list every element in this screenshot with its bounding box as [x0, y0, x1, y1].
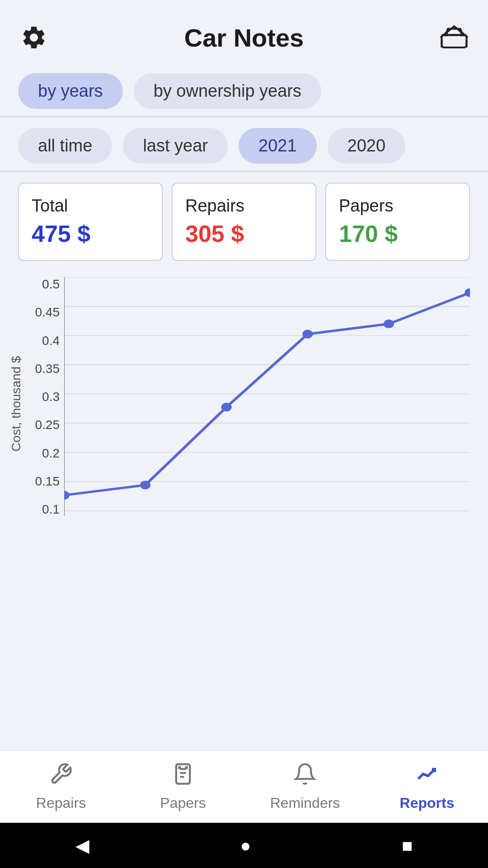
spacer [0, 645, 488, 751]
card-papers-label: Papers [339, 196, 456, 216]
nav-papers[interactable]: Papers [122, 762, 244, 811]
svg-rect-19 [178, 766, 181, 769]
filter-by-years[interactable]: by years [18, 73, 123, 109]
y-tick-1: 0.15 [23, 474, 64, 489]
y-tick-0: 0.1 [23, 502, 64, 517]
filter-2021[interactable]: 2021 [239, 128, 317, 164]
nav-reminders-label: Reminders [270, 795, 340, 811]
y-tick-3: 0.25 [23, 418, 64, 432]
datapoint-0 [64, 491, 70, 500]
card-total-value: 475 $ [32, 220, 149, 247]
summary-cards: Total 475 $ Repairs 305 $ Papers 170 $ [0, 172, 488, 268]
filter-2020[interactable]: 2020 [328, 128, 406, 164]
nav-reports[interactable]: Reports [366, 762, 488, 811]
filter-row-time: all time last year 2021 2020 [0, 117, 488, 171]
card-repairs: Repairs 305 $ [172, 183, 316, 261]
nav-reminders[interactable]: Reminders [244, 762, 366, 811]
y-tick-5: 0.35 [23, 362, 64, 376]
filter-row-period: by years by ownership years [0, 62, 488, 116]
reports-icon [415, 762, 439, 791]
nav-repairs-label: Repairs [36, 795, 86, 811]
y-ticks: 0.1 0.15 0.2 0.25 0.3 0.35 0.4 0.45 0.5 [23, 277, 64, 530]
card-repairs-value: 305 $ [185, 220, 303, 247]
car-icon[interactable] [438, 22, 470, 53]
android-home[interactable]: ● [240, 835, 251, 856]
y-tick-6: 0.4 [23, 334, 64, 348]
header: Car Notes [0, 0, 488, 62]
filter-all-time[interactable]: all time [18, 128, 112, 164]
android-nav-bar: ◀ ● ■ [0, 823, 488, 868]
nav-repairs[interactable]: Repairs [0, 762, 122, 811]
android-back[interactable]: ◀ [75, 835, 89, 856]
card-total-label: Total [32, 196, 149, 216]
datapoint-1 [140, 481, 150, 489]
card-total: Total 475 $ [18, 183, 163, 261]
nav-papers-label: Papers [160, 795, 206, 811]
chart-container: Cost, thousand $ 0.1 0.15 0.2 0.25 0.3 0… [0, 268, 488, 645]
y-axis-label: Cost, thousand $ [5, 277, 23, 530]
papers-icon [171, 762, 195, 791]
card-papers: Papers 170 $ [325, 183, 470, 261]
datapoint-2 [221, 403, 232, 411]
repairs-icon [49, 762, 73, 791]
android-recent[interactable]: ■ [402, 835, 413, 856]
gear-icon[interactable] [18, 22, 50, 53]
card-papers-value: 170 $ [339, 220, 456, 247]
filter-last-year[interactable]: last year [123, 128, 228, 164]
card-repairs-label: Repairs [185, 196, 303, 216]
y-tick-8: 0.5 [23, 277, 64, 292]
y-tick-4: 0.3 [23, 390, 64, 404]
svg-rect-0 [442, 35, 467, 48]
bottom-nav: Repairs Papers Reminders [0, 750, 488, 823]
chart-wrap: Cost, thousand $ 0.1 0.15 0.2 0.25 0.3 0… [5, 277, 470, 530]
y-tick-2: 0.2 [23, 446, 64, 461]
reminders-icon [293, 762, 317, 791]
line-chart [64, 277, 470, 530]
datapoint-4 [384, 320, 394, 328]
chart-svg-area [64, 277, 470, 530]
svg-rect-20 [185, 766, 188, 769]
datapoint-5 [465, 288, 470, 297]
page-title: Car Notes [50, 23, 438, 52]
filter-by-ownership-years[interactable]: by ownership years [134, 73, 321, 109]
y-tick-7: 0.45 [23, 305, 64, 320]
nav-reports-label: Reports [400, 795, 455, 811]
datapoint-3 [302, 330, 313, 338]
